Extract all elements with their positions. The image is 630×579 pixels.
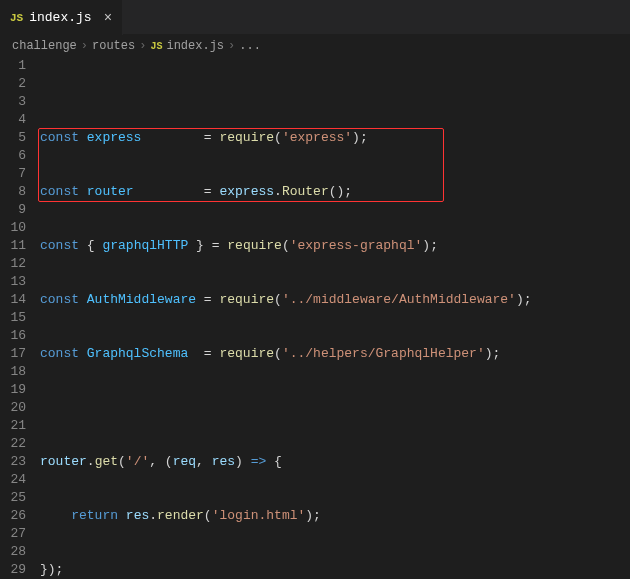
line-number: 24 [0, 471, 26, 489]
code-line: const AuthMiddleware = require('../middl… [40, 291, 620, 309]
line-number: 1 [0, 57, 26, 75]
js-file-icon: JS [150, 41, 162, 52]
line-number: 3 [0, 93, 26, 111]
line-number: 2 [0, 75, 26, 93]
breadcrumb-seg[interactable]: challenge [12, 39, 77, 53]
line-number: 9 [0, 201, 26, 219]
line-number: 17 [0, 345, 26, 363]
code-line: const GraphqlSchema = require('../helper… [40, 345, 620, 363]
chevron-right-icon: › [139, 39, 146, 53]
tab-index-js[interactable]: JS index.js × [0, 0, 123, 35]
line-number: 21 [0, 417, 26, 435]
line-number: 8 [0, 183, 26, 201]
line-number: 15 [0, 309, 26, 327]
breadcrumb-seg[interactable]: ... [239, 39, 261, 53]
line-number: 16 [0, 327, 26, 345]
line-number: 28 [0, 543, 26, 561]
tab-bar: JS index.js × [0, 0, 630, 35]
code-editor[interactable]: 1234567891011121314151617181920212223242… [0, 57, 630, 579]
line-number: 5 [0, 129, 26, 147]
line-number: 27 [0, 525, 26, 543]
line-number: 13 [0, 273, 26, 291]
line-number: 22 [0, 435, 26, 453]
line-number: 20 [0, 399, 26, 417]
line-number-gutter: 1234567891011121314151617181920212223242… [0, 57, 40, 579]
line-number: 19 [0, 381, 26, 399]
chevron-right-icon: › [228, 39, 235, 53]
code-line: }); [40, 561, 620, 579]
line-number: 4 [0, 111, 26, 129]
code-line: const { graphqlHTTP } = require('express… [40, 237, 620, 255]
code-area[interactable]: const express = require('express'); cons… [40, 57, 630, 579]
code-line: return res.render('login.html'); [40, 507, 620, 525]
js-file-icon: JS [10, 12, 23, 24]
line-number: 25 [0, 489, 26, 507]
line-number: 10 [0, 219, 26, 237]
line-number: 18 [0, 363, 26, 381]
close-icon[interactable]: × [104, 11, 112, 25]
chevron-right-icon: › [81, 39, 88, 53]
line-number: 29 [0, 561, 26, 579]
line-number: 7 [0, 165, 26, 183]
line-number: 14 [0, 291, 26, 309]
line-number: 23 [0, 453, 26, 471]
line-number: 26 [0, 507, 26, 525]
breadcrumb-seg[interactable]: index.js [166, 39, 224, 53]
breadcrumb-seg[interactable]: routes [92, 39, 135, 53]
line-number: 11 [0, 237, 26, 255]
code-line [40, 399, 620, 417]
code-line: const router = express.Router(); [40, 183, 620, 201]
line-number: 6 [0, 147, 26, 165]
line-number: 12 [0, 255, 26, 273]
breadcrumb[interactable]: challenge › routes › JS index.js › ... [0, 35, 630, 57]
tab-label: index.js [29, 10, 91, 25]
code-line: const express = require('express'); [40, 129, 620, 147]
code-line: router.get('/', (req, res) => { [40, 453, 620, 471]
